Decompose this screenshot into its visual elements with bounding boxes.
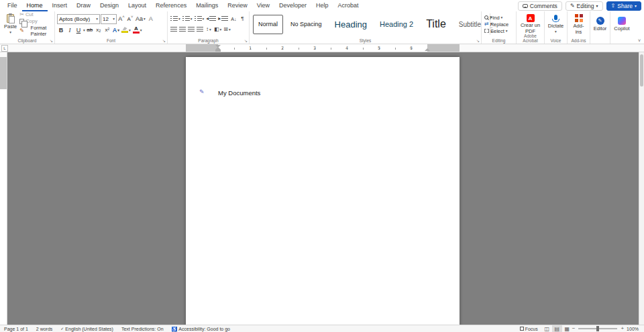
shrink-font-button[interactable]: A˅ bbox=[126, 14, 134, 23]
document-text[interactable]: My Documents bbox=[218, 89, 260, 97]
ruler-number: 4 bbox=[345, 44, 348, 52]
text-effects-button[interactable]: A ▾ bbox=[112, 25, 120, 35]
clipboard-dialog-launcher-icon[interactable]: ↘ bbox=[50, 39, 53, 43]
focus-mode-button[interactable]: Focus bbox=[516, 327, 542, 331]
menu-tab-help[interactable]: Help bbox=[311, 0, 333, 11]
menu-tab-developer[interactable]: Developer bbox=[274, 0, 311, 11]
numbered-list-button[interactable]: ▾ bbox=[182, 14, 193, 23]
menu-tab-mailings[interactable]: Mailings bbox=[191, 0, 223, 11]
menu-tab-file[interactable]: File bbox=[3, 0, 22, 11]
styles-dialog-launcher-icon[interactable]: ↘ bbox=[476, 39, 480, 43]
sort-button[interactable]: A↓ bbox=[229, 14, 237, 23]
language-status[interactable]: ✓ English (United States) bbox=[56, 327, 117, 331]
text-predictions-status[interactable]: Text Predictions: On bbox=[117, 327, 168, 331]
menu-tab-draw[interactable]: Draw bbox=[72, 0, 95, 11]
borders-button[interactable]: ⊞▾ bbox=[223, 25, 231, 34]
show-hide-paragraph-button[interactable]: ¶ bbox=[238, 14, 246, 23]
menu-tab-acrobat[interactable]: Acrobat bbox=[333, 0, 364, 11]
style-no-spacing[interactable]: No Spacing bbox=[285, 15, 327, 34]
multilevel-list-button[interactable]: ▾ bbox=[194, 14, 205, 23]
zoom-slider[interactable] bbox=[578, 328, 617, 329]
copilot-button[interactable]: Copilot bbox=[612, 12, 631, 36]
scrollbar-thumb[interactable] bbox=[640, 54, 643, 87]
zoom-percentage[interactable]: 100% bbox=[624, 327, 644, 331]
cut-button[interactable]: ✂ Cut bbox=[19, 11, 52, 17]
vertical-scrollbar[interactable] bbox=[639, 52, 644, 325]
increase-indent-button[interactable]: ▸ bbox=[217, 14, 229, 23]
shading-button[interactable]: ◧▾ bbox=[213, 25, 222, 34]
align-left-button[interactable] bbox=[170, 25, 178, 34]
up-chevron-icon: ˄ bbox=[122, 15, 125, 19]
paragraph-dialog-launcher-icon[interactable]: ↘ bbox=[244, 39, 248, 43]
ruler-number: 6 bbox=[410, 44, 413, 52]
accessibility-status[interactable]: ♿ Accessibility: Good to go bbox=[168, 327, 234, 331]
menu-tab-view[interactable]: View bbox=[252, 0, 274, 11]
tab-stop-selector[interactable]: L bbox=[1, 45, 8, 52]
bold-button[interactable]: B bbox=[57, 25, 65, 35]
subscript-button[interactable]: x₂ bbox=[95, 25, 103, 35]
left-indent-marker[interactable] bbox=[215, 50, 221, 52]
align-right-button[interactable] bbox=[187, 25, 195, 34]
style-normal[interactable]: Normal bbox=[253, 15, 283, 34]
acrobat-group-label: Adobe Acrobat bbox=[517, 34, 544, 43]
select-button[interactable]: Select ▾ bbox=[484, 28, 514, 34]
addins-button[interactable]: Add-ins bbox=[570, 12, 588, 36]
copy-button[interactable]: Copy bbox=[19, 18, 52, 24]
menu-tab-layout[interactable]: Layout bbox=[123, 0, 151, 11]
read-mode-button[interactable]: ◫ bbox=[542, 325, 552, 332]
paste-button[interactable]: Paste ▾ bbox=[2, 12, 19, 36]
editing-mode-button[interactable]: ✎ Editing ▾ bbox=[566, 1, 603, 11]
replace-button[interactable]: ⇄ Replace bbox=[484, 21, 514, 27]
italic-button[interactable]: I bbox=[66, 25, 74, 35]
style-heading-2[interactable]: Heading 2 bbox=[374, 15, 419, 34]
create-pdf-label: Crear un PDF bbox=[521, 23, 541, 34]
collapse-ribbon-icon[interactable]: ˅ bbox=[638, 38, 641, 43]
zoom-slider-thumb[interactable] bbox=[596, 326, 599, 331]
font-dialog-launcher-icon[interactable]: ↘ bbox=[162, 39, 166, 43]
right-indent-marker[interactable] bbox=[425, 48, 430, 51]
bullet-list-button[interactable]: ▾ bbox=[170, 14, 181, 23]
font-size-select[interactable]: 12 ▾ bbox=[101, 14, 117, 24]
web-layout-button[interactable]: ▦ bbox=[562, 325, 572, 332]
underline-button[interactable]: U bbox=[74, 25, 83, 35]
strikethrough-button[interactable]: ab bbox=[86, 25, 94, 35]
print-layout-button[interactable]: ▤ bbox=[552, 325, 562, 332]
superscript-button[interactable]: x² bbox=[103, 25, 111, 35]
font-name-select[interactable]: Aptos (Body) ▾ bbox=[57, 14, 100, 24]
change-case-button[interactable]: Aa ▾ bbox=[135, 14, 146, 23]
page-number-status[interactable]: Page 1 of 1 bbox=[0, 327, 32, 331]
menu-tab-design[interactable]: Design bbox=[95, 0, 123, 11]
copilot-margin-icon[interactable]: ✎ bbox=[199, 89, 205, 95]
menu-tab-review[interactable]: Review bbox=[223, 0, 252, 11]
document-page[interactable]: ✎ My Documents bbox=[186, 57, 460, 325]
editor-button[interactable]: ✎ Editor bbox=[592, 12, 608, 36]
font-group-label: Font bbox=[55, 38, 167, 43]
grow-font-button[interactable]: A˄ bbox=[117, 14, 125, 23]
style-heading-1[interactable]: Heading bbox=[329, 15, 372, 34]
vertical-ruler[interactable] bbox=[0, 52, 7, 325]
word-count-status[interactable]: 2 words bbox=[32, 327, 57, 331]
decrease-indent-button[interactable]: ◂ bbox=[205, 14, 217, 23]
find-label: Find bbox=[490, 15, 500, 21]
font-name-value: Aptos (Body) bbox=[59, 16, 90, 22]
underline-chevron-icon[interactable]: ▾ bbox=[83, 28, 85, 32]
justify-button[interactable] bbox=[196, 25, 204, 34]
lines-icon bbox=[221, 16, 228, 21]
clear-formatting-button[interactable]: A bbox=[147, 14, 155, 23]
highlight-color-button[interactable]: ▾ bbox=[121, 25, 131, 35]
create-pdf-button[interactable]: A Crear un PDF bbox=[519, 12, 542, 36]
zoom-out-button[interactable]: − bbox=[572, 326, 576, 331]
menu-tab-home[interactable]: Home bbox=[22, 0, 48, 11]
line-spacing-button[interactable]: ↕▾ bbox=[205, 25, 213, 34]
share-button[interactable]: ⇧ Share ▾ bbox=[606, 1, 641, 11]
comments-button[interactable]: Comments bbox=[518, 1, 562, 11]
horizontal-ruler[interactable]: L 1 2 3 4 5 6 bbox=[0, 44, 644, 52]
line-spacing-icon: ↕ bbox=[206, 27, 209, 32]
style-title[interactable]: Title bbox=[421, 15, 451, 34]
menu-tab-references[interactable]: References bbox=[151, 0, 191, 11]
menu-tab-insert[interactable]: Insert bbox=[48, 0, 72, 11]
align-center-button[interactable] bbox=[178, 25, 186, 34]
font-color-button[interactable]: A ▾ bbox=[132, 25, 143, 35]
find-button[interactable]: Find ▾ bbox=[484, 15, 514, 21]
dictate-button[interactable]: Dictate ▾ bbox=[547, 12, 565, 36]
